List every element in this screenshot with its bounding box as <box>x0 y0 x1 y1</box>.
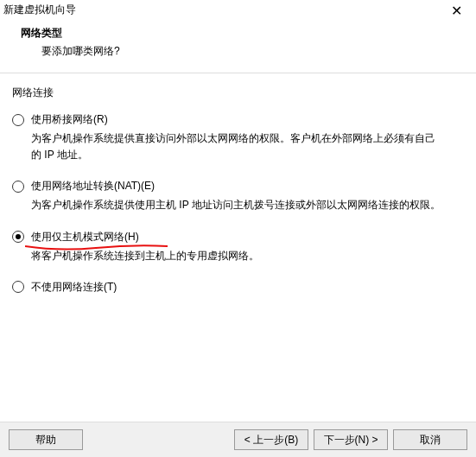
next-button[interactable]: 下一步(N) > <box>314 429 388 450</box>
radio-nat[interactable] <box>12 181 24 193</box>
close-icon[interactable]: ✕ <box>442 3 471 20</box>
option-hostonly-desc: 将客户机操作系统连接到主机上的专用虚拟网络。 <box>12 248 444 264</box>
titlebar: 新建虚拟机向导 ✕ <box>0 0 476 21</box>
radio-hostonly[interactable] <box>12 231 24 243</box>
option-bridged-desc: 为客户机操作系统提供直接访问外部以太网网络的权限。客户机在外部网络上必须有自己的… <box>12 130 444 163</box>
radio-bridged[interactable] <box>12 114 24 126</box>
back-button[interactable]: < 上一步(B) <box>234 429 308 450</box>
wizard-header: 网络类型 要添加哪类网络? <box>0 21 476 67</box>
page-subtitle: 要添加哪类网络? <box>21 44 476 59</box>
content-area: 网络连接 使用桥接网络(R) 为客户机操作系统提供直接访问外部以太网网络的权限。… <box>0 73 476 295</box>
option-nat[interactable]: 使用网络地址转换(NAT)(E) 为客户机操作系统提供使用主机 IP 地址访问主… <box>12 179 464 213</box>
option-bridged-label: 使用桥接网络(R) <box>31 112 108 127</box>
radio-none[interactable] <box>12 281 24 293</box>
option-hostonly-label: 使用仅主机模式网络(H) <box>31 230 139 244</box>
cancel-button[interactable]: 取消 <box>393 429 467 450</box>
page-title: 网络类型 <box>21 26 476 41</box>
option-hostonly[interactable]: 使用仅主机模式网络(H) 将客户机操作系统连接到主机上的专用虚拟网络。 <box>12 230 464 264</box>
option-none-label: 不使用网络连接(T) <box>31 280 117 295</box>
option-none[interactable]: 不使用网络连接(T) <box>12 280 464 295</box>
group-label: 网络连接 <box>12 86 464 100</box>
option-nat-desc: 为客户机操作系统提供使用主机 IP 地址访问主机拨号连接或外部以太网网络连接的权… <box>12 197 444 213</box>
window-title: 新建虚拟机向导 <box>3 3 76 17</box>
footer: 帮助 < 上一步(B) 下一步(N) > 取消 <box>0 422 476 457</box>
help-button[interactable]: 帮助 <box>9 429 83 450</box>
option-nat-label: 使用网络地址转换(NAT)(E) <box>31 179 155 194</box>
option-bridged[interactable]: 使用桥接网络(R) 为客户机操作系统提供直接访问外部以太网网络的权限。客户机在外… <box>12 112 464 163</box>
